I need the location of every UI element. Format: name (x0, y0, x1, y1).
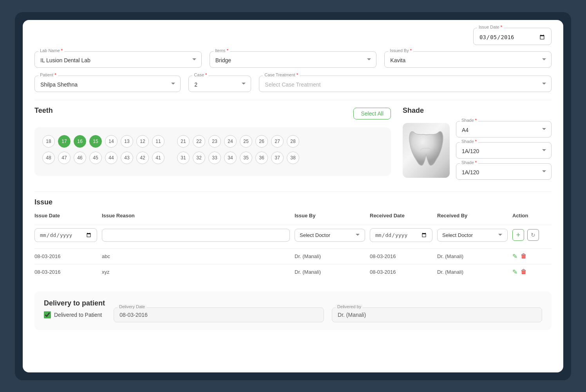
main-card: Issue Date Lab Name IL Lusion Dental Lab… (23, 20, 563, 372)
tooth-btn-37[interactable]: 37 (271, 152, 284, 164)
add-issue-button[interactable]: + (512, 229, 524, 241)
tooth-btn-47[interactable]: 47 (58, 152, 71, 164)
teeth-header: Teeth Select All (34, 107, 391, 121)
issue-row-actions-0: ✎🗑 (512, 253, 552, 260)
delivery-date-value: 08-03-2016 (114, 307, 324, 322)
tooth-btn-25[interactable]: 25 (240, 135, 252, 148)
tooth-btn-15[interactable]: 15 (89, 135, 102, 148)
issue-input-row: Select Doctor Select Doctor + ↻ (34, 225, 552, 245)
tooth-btn-18[interactable]: 18 (42, 135, 55, 148)
tooth-btn-13[interactable]: 13 (121, 135, 133, 148)
issued-by-select[interactable]: Kavita (384, 51, 552, 68)
issue-col-issue-reason: Issue Reason (102, 213, 290, 219)
tooth-btn-34[interactable]: 34 (224, 152, 237, 164)
tooth-btn-28[interactable]: 28 (287, 135, 299, 148)
delivered-by-label: Delivered by (336, 304, 363, 309)
issue-cell-0-2: Dr. (Manali) (295, 253, 365, 259)
shade1-field: Shade A4 (456, 121, 552, 137)
refresh-issue-button[interactable]: ↻ (527, 229, 539, 241)
delivered-label: Delivered to Patient (54, 312, 102, 318)
issue-cell-1-3: 08-03-2016 (370, 269, 432, 275)
issue-cell-0-3: 08-03-2016 (370, 253, 432, 259)
tooth-btn-38[interactable]: 38 (287, 152, 299, 164)
shade3-select[interactable]: 1A/120 (456, 163, 552, 180)
delivery-fields: Delivery Date 08-03-2016 Delivered by Dr… (114, 307, 542, 322)
teeth-title: Teeth (34, 107, 53, 115)
tooth-btn-22[interactable]: 22 (193, 135, 205, 148)
tooth-btn-12[interactable]: 12 (136, 135, 149, 148)
edit-issue-btn-1[interactable]: ✎ (512, 268, 517, 276)
tooth-btn-27[interactable]: 27 (271, 135, 284, 148)
delivered-row: Delivered to Patient Delivery Date 08-03… (44, 307, 542, 322)
lab-name-select[interactable]: IL Lusion Dental Lab (34, 51, 202, 68)
shade-area: Shade (403, 107, 552, 180)
tooth-btn-32[interactable]: 32 (193, 152, 205, 164)
issue-reason-input[interactable] (102, 229, 290, 242)
issue-reason-input-cell (102, 229, 290, 242)
issue-cell-1-2: Dr. (Manali) (295, 269, 365, 275)
row-2: Patient Shilpa Shethna Case 2 Case Treat… (34, 76, 552, 92)
issue-data-row-1: 08-03-2016xyzDr. (Manali)08-03-2016Dr. (… (34, 264, 552, 280)
tooth-btn-46[interactable]: 46 (74, 152, 86, 164)
teeth-shade-section: Teeth Select All 18171615141312112122232… (34, 107, 552, 180)
shade-title: Shade (403, 107, 424, 114)
tooth-btn-33[interactable]: 33 (208, 152, 221, 164)
lab-name-field: Lab Name IL Lusion Dental Lab (34, 51, 202, 68)
tooth-btn-23[interactable]: 23 (208, 135, 221, 148)
teeth-bottom-row: 48474645444342413132333435363738 (42, 152, 383, 164)
patient-select[interactable]: Shilpa Shethna (34, 76, 181, 92)
items-select[interactable]: Bridge (210, 51, 377, 68)
received-date-input[interactable] (370, 228, 432, 242)
shade3-field: Shade 1A/120 (456, 163, 552, 180)
tooth-btn-14[interactable]: 14 (105, 135, 118, 148)
issue-by-select[interactable]: Select Doctor (295, 229, 365, 242)
issue-col-issue-by: Issue By (295, 213, 365, 219)
delete-issue-btn-0[interactable]: 🗑 (521, 253, 527, 260)
received-by-select-cell: Select Doctor (437, 229, 508, 242)
issue-col-action: Action (512, 213, 552, 219)
tooth-btn-26[interactable]: 26 (255, 135, 268, 148)
outer-card: Issue Date Lab Name IL Lusion Dental Lab… (15, 12, 571, 380)
shade3-label: Shade (460, 160, 478, 165)
received-by-select[interactable]: Select Doctor (437, 229, 508, 242)
tooth-btn-41[interactable]: 41 (152, 152, 165, 164)
divider-1 (34, 100, 552, 100)
tooth-btn-36[interactable]: 36 (255, 152, 268, 164)
shade2-select[interactable]: 1A/120 (456, 142, 552, 159)
delivered-checkbox-area: Delivered to Patient (44, 311, 102, 318)
tooth-btn-44[interactable]: 44 (105, 152, 118, 164)
tooth-btn-16[interactable]: 16 (74, 135, 86, 148)
shade1-label: Shade (460, 118, 478, 123)
edit-issue-btn-0[interactable]: ✎ (512, 253, 517, 260)
shade1-select[interactable]: A4 (456, 121, 552, 137)
tooth-btn-45[interactable]: 45 (89, 152, 102, 164)
case-select[interactable]: 2 (188, 76, 251, 92)
tooth-btn-48[interactable]: 48 (42, 152, 55, 164)
select-all-button[interactable]: Select All (353, 108, 391, 119)
tooth-btn-21[interactable]: 21 (177, 135, 190, 148)
tooth-btn-24[interactable]: 24 (224, 135, 237, 148)
issue-date-input-row[interactable] (34, 228, 97, 242)
issue-date-input[interactable] (473, 28, 552, 45)
issue-table-header: Issue DateIssue ReasonIssue ByReceived D… (34, 213, 552, 222)
items-field: Items Bridge (210, 51, 377, 68)
issue-by-select-cell: Select Doctor (295, 229, 365, 242)
issue-cell-0-4: Dr. (Manali) (437, 253, 508, 259)
teeth-grid: 18171615141312112122232425262728 4847464… (34, 127, 391, 176)
delivered-checkbox[interactable] (44, 311, 51, 318)
tooth-btn-42[interactable]: 42 (136, 152, 149, 164)
tooth-btn-31[interactable]: 31 (177, 152, 190, 164)
tooth-btn-17[interactable]: 17 (58, 135, 71, 148)
issue-table: Issue DateIssue ReasonIssue ByReceived D… (34, 213, 552, 280)
tooth-btn-11[interactable]: 11 (152, 135, 165, 148)
shade-image-container: Shade A4 Shade 1A/120 Shade (403, 121, 552, 180)
issue-data-rows: 08-03-2016abcDr. (Manali)08-03-2016Dr. (… (34, 248, 552, 280)
case-treatment-select[interactable]: Select Case Treatment (259, 76, 552, 92)
issued-by-label: Issued By (388, 48, 413, 53)
issue-cell-0-1: abc (102, 253, 290, 259)
delete-issue-btn-1[interactable]: 🗑 (521, 268, 527, 275)
tooth-btn-35[interactable]: 35 (240, 152, 252, 164)
case-field: Case 2 (188, 76, 251, 92)
tooth-btn-43[interactable]: 43 (121, 152, 133, 164)
issue-section: Issue Issue DateIssue ReasonIssue ByRece… (34, 198, 552, 280)
